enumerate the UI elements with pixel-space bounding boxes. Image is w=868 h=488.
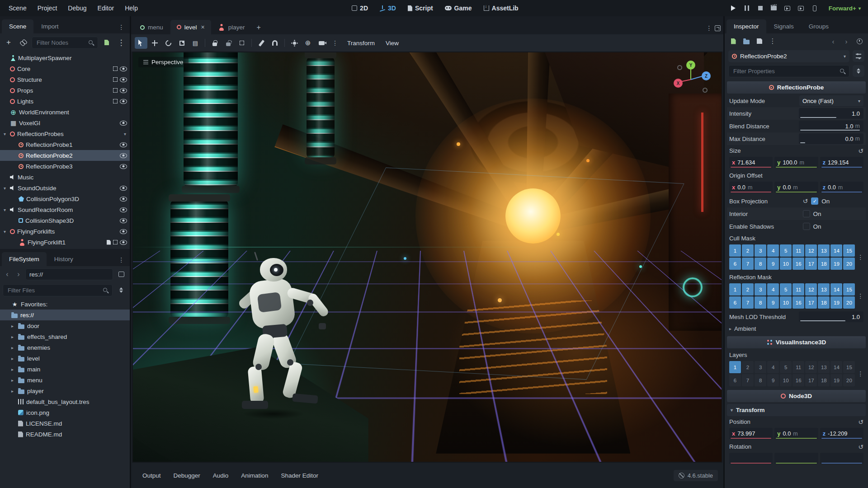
tree-item-soundreactorroom[interactable]: ▾SoundReactorRoom — [0, 204, 130, 215]
load-resource-button[interactable] — [741, 36, 751, 46]
layer-20-cell[interactable]: 20 — [843, 374, 855, 386]
rotate-tool-button[interactable] — [162, 37, 175, 49]
group-icon[interactable] — [113, 240, 118, 244]
max-distance-field[interactable]: 0.0 m — [799, 133, 863, 144]
section-ambient[interactable]: ▸ Ambient — [727, 323, 866, 334]
axis-gizmo[interactable]: Y Z X — [670, 59, 712, 99]
tab-scene[interactable]: Scene — [2, 19, 33, 33]
interior-checkbox[interactable] — [803, 210, 810, 217]
instance-scene-button[interactable] — [17, 37, 29, 48]
x-axis-handle[interactable]: X — [674, 79, 683, 88]
camera-preview-button[interactable] — [315, 37, 328, 49]
expander-icon[interactable]: ▸ — [9, 356, 15, 361]
eye-icon[interactable] — [120, 164, 127, 169]
eye-icon[interactable] — [120, 77, 127, 82]
layer-17-cell[interactable]: 17 — [805, 374, 817, 386]
intensity-field[interactable]: 1.0 — [799, 108, 863, 119]
layer-13-cell[interactable]: 13 — [818, 283, 830, 296]
revert-icon[interactable]: ↺ — [858, 443, 863, 450]
position-z-field[interactable]: z-12.209 — [820, 428, 863, 439]
list-select-tool-button[interactable] — [189, 37, 202, 49]
layer-1-cell[interactable]: 1 — [729, 361, 741, 373]
layer-7-cell[interactable]: 7 — [742, 296, 754, 309]
layer-15-cell[interactable]: 15 — [843, 283, 855, 296]
file-item-player[interactable]: ▸player — [0, 385, 130, 396]
history-back-button[interactable]: ‹ — [828, 36, 838, 46]
file-item-res[interactable]: res:// — [0, 310, 130, 320]
expander-icon[interactable]: ▾ — [2, 229, 8, 234]
expander-icon[interactable]: ▾ — [2, 207, 8, 212]
select-tool-button[interactable] — [135, 37, 147, 49]
layer-7-cell[interactable]: 7 — [742, 258, 754, 270]
mesh-lod-threshold-field[interactable]: 1.0 — [799, 311, 863, 322]
scene-tab-menu[interactable]: menu — [134, 20, 170, 34]
file-item-icon-png[interactable]: icon.png — [0, 407, 130, 418]
tab-inspector[interactable]: Inspector — [726, 19, 766, 33]
tab-filesystem[interactable]: FileSystem — [2, 252, 47, 266]
unlock-button[interactable] — [222, 37, 235, 49]
fold-children-icon[interactable]: ▾ — [123, 131, 127, 136]
script-icon[interactable] — [107, 240, 111, 245]
tab-groups[interactable]: Groups — [802, 19, 836, 33]
layer-16-cell[interactable]: 16 — [793, 258, 804, 270]
stop-button[interactable] — [755, 3, 766, 14]
tree-item-core[interactable]: Core — [0, 63, 130, 74]
layers-options-button[interactable]: ⋮ — [858, 370, 864, 377]
tree-item-soundoutside[interactable]: ▾SoundOutside — [0, 183, 130, 193]
file-item-menu[interactable]: ▸menu — [0, 375, 130, 385]
layer-8-cell[interactable]: 8 — [755, 296, 766, 309]
attach-script-button[interactable] — [101, 37, 113, 48]
layer-9-cell[interactable]: 9 — [767, 296, 779, 309]
property-sort-button[interactable] — [853, 65, 864, 77]
rotation-z-field[interactable] — [820, 453, 863, 464]
remote-debug-button[interactable] — [809, 3, 821, 14]
transform-menu[interactable]: Transform — [342, 38, 380, 49]
layer-2-cell[interactable]: 2 — [742, 361, 754, 373]
tree-item-reflectionprobe1[interactable]: ReflectionProbe1 — [0, 139, 130, 150]
layer-1-cell[interactable]: 1 — [729, 244, 741, 257]
y-axis-handle[interactable]: Y — [686, 61, 695, 70]
layer-8-cell[interactable]: 8 — [755, 258, 766, 270]
layer-18-cell[interactable]: 18 — [818, 374, 830, 386]
reflection-mask-options-button[interactable]: ⋮ — [858, 292, 864, 300]
eye-icon[interactable] — [120, 142, 127, 147]
scale-tool-button[interactable] — [175, 37, 188, 49]
environment-settings-button[interactable] — [302, 37, 314, 49]
layer-6-cell[interactable]: 6 — [729, 296, 741, 309]
layer-14-cell[interactable]: 14 — [830, 283, 842, 296]
layer-6-cell[interactable]: 6 — [729, 258, 741, 270]
tab-animation[interactable]: Animation — [235, 469, 274, 482]
origin-z-field[interactable]: z0.0m — [820, 182, 863, 193]
eye-icon[interactable] — [120, 153, 127, 158]
eye-icon[interactable] — [120, 99, 127, 104]
tab-audio[interactable]: Audio — [207, 469, 235, 482]
file-item-favorites[interactable]: Favorites: — [0, 299, 130, 310]
tree-item-collisionpolygon3d[interactable]: CollisionPolygon3D — [0, 193, 130, 204]
scene-tab-player[interactable]: player — [212, 20, 251, 34]
pause-button[interactable] — [741, 3, 753, 14]
layer-16-cell[interactable]: 16 — [793, 374, 804, 386]
expander-icon[interactable]: ▸ — [9, 367, 15, 372]
file-item-readme-md[interactable]: README.md — [0, 429, 130, 440]
tab-import[interactable]: Import — [34, 19, 66, 33]
layer-12-cell[interactable]: 12 — [805, 361, 817, 373]
layer-9-cell[interactable]: 9 — [767, 374, 779, 386]
tree-item-structure[interactable]: Structure — [0, 74, 130, 85]
layer-12-cell[interactable]: 12 — [805, 244, 817, 257]
expander-icon[interactable]: ▾ — [2, 131, 8, 136]
tab-list-button[interactable]: ⋮ — [706, 24, 712, 32]
menu-debug[interactable]: Debug — [63, 3, 91, 14]
layer-13-cell[interactable]: 13 — [818, 244, 830, 257]
file-item-enemies[interactable]: ▸enemies — [0, 342, 130, 353]
layer-7-cell[interactable]: 7 — [742, 374, 754, 386]
negative-axis-handle[interactable] — [703, 88, 708, 93]
size-y-field[interactable]: y100.0m — [774, 157, 818, 168]
layer-4-cell[interactable]: 4 — [767, 283, 779, 296]
layer-6-cell[interactable]: 6 — [729, 374, 741, 386]
file-item-level[interactable]: ▸level — [0, 353, 130, 364]
snap-button[interactable] — [269, 37, 281, 49]
tree-item-flyingforklifts[interactable]: ▾FlyingForklifts — [0, 226, 130, 237]
layer-5-cell[interactable]: 5 — [780, 283, 792, 296]
section-transform[interactable]: ▾ Transform — [727, 404, 866, 416]
tab-output[interactable]: Output — [137, 469, 167, 482]
